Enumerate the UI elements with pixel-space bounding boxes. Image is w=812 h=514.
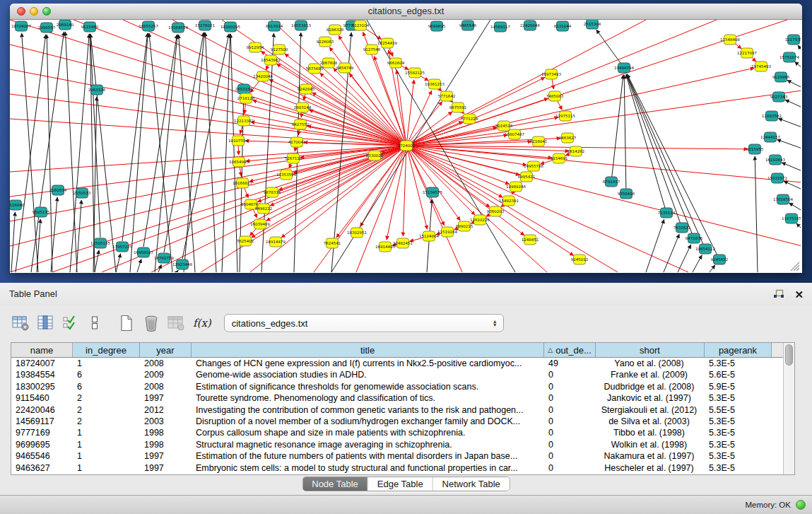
graph-node[interactable]: 7485083: [546, 91, 564, 101]
graph-node[interactable]: 2160554: [49, 185, 67, 195]
close-window-button[interactable]: [17, 7, 25, 16]
graph-node[interactable]: 11675335: [782, 214, 801, 223]
graph-node[interactable]: 2515304: [584, 20, 601, 29]
column-header-year[interactable]: year: [140, 343, 192, 357]
graph-node[interactable]: 2150533: [73, 188, 91, 198]
graph-node[interactable]: 8471676: [686, 233, 703, 243]
graph-node[interactable]: 10989246: [506, 182, 526, 192]
graph-node[interactable]: 8990215: [456, 221, 473, 231]
graph-node[interactable]: 7625402: [237, 236, 254, 246]
graph-node[interactable]: 6791917: [603, 177, 620, 187]
graph-node[interactable]: 22420046: [520, 21, 540, 30]
graph-node[interactable]: 2516048: [10, 200, 25, 210]
graph-node[interactable]: 12213382: [234, 116, 254, 126]
graph-node[interactable]: 14569117: [490, 22, 510, 32]
graph-node[interactable]: 4170041: [288, 137, 306, 147]
graph-node[interactable]: 1614262: [567, 146, 585, 156]
column-header-pagerank[interactable]: pagerank: [705, 343, 772, 357]
table-settings-icon[interactable]: [11, 314, 30, 332]
graph-node[interactable]: 8675591: [449, 103, 467, 112]
graph-node[interactable]: 9498222: [255, 204, 273, 214]
graph-node[interactable]: 15751074: [779, 52, 799, 62]
graph-node[interactable]: 8131044: [554, 21, 572, 31]
graph-node[interactable]: 5267110: [285, 153, 302, 163]
table-row[interactable]: 2242004622012Investigating the contribut…: [11, 404, 794, 416]
graph-node[interactable]: 9878334: [264, 187, 281, 197]
graph-node[interactable]: 10654985: [229, 157, 249, 167]
tab-edge-table[interactable]: Edge Table: [368, 477, 433, 491]
graph-node[interactable]: 16914479: [266, 237, 286, 247]
table-row[interactable]: 1872400712008Changes of HCN gene express…: [11, 358, 794, 369]
graph-node[interactable]: 11519264: [437, 227, 457, 237]
graph-node[interactable]: 18724007: [11, 21, 31, 31]
function-builder-icon[interactable]: f(x): [193, 317, 211, 329]
graph-node[interactable]: 16210643: [765, 155, 785, 165]
table-row[interactable]: 1456911722003Disruption of a novel membe…: [11, 416, 794, 427]
graph-node[interactable]: 8427552: [292, 119, 310, 129]
column-header-short[interactable]: short: [596, 343, 705, 357]
table-row[interactable]: 969969511998Structural magnetic resonanc…: [11, 439, 794, 450]
graph-node[interactable]: 9127508: [271, 45, 288, 54]
column-header-out-degree[interactable]: △ out_de...: [544, 343, 596, 357]
float-panel-icon[interactable]: [773, 289, 784, 300]
graph-node[interactable]: 9245012: [571, 255, 589, 264]
graph-node[interactable]: 9227343: [770, 92, 788, 102]
graph-node[interactable]: 16958107: [134, 247, 153, 257]
graph-node[interactable]: 12975115: [555, 111, 575, 121]
graph-node[interactable]: 12482451: [393, 238, 413, 248]
graph-node[interactable]: 5771642: [438, 91, 456, 101]
network-canvas-svg[interactable]: 1872400720905572069140911546010655257193…: [10, 20, 801, 272]
graph-node[interactable]: 12254439: [377, 38, 397, 48]
graph-node[interactable]: 15276021: [195, 21, 215, 30]
graph-node[interactable]: 8995421: [518, 172, 536, 182]
select-column-icon[interactable]: [36, 314, 54, 332]
graph-node[interactable]: 9226063: [317, 37, 334, 47]
new-table-icon[interactable]: [117, 314, 136, 332]
graph-node[interactable]: 1724001: [398, 141, 416, 151]
graph-node[interactable]: 9465546: [459, 21, 477, 30]
graph-node[interactable]: 6216041: [530, 136, 548, 146]
graph-node[interactable]: 18302951: [347, 228, 367, 238]
graph-node[interactable]: 10107554: [228, 136, 248, 146]
graph-node[interactable]: 2090557: [38, 23, 56, 33]
graph-node[interactable]: 12610226: [470, 215, 490, 225]
graph-node[interactable]: 12923448: [172, 259, 192, 269]
graph-node[interactable]: 9699695: [428, 21, 446, 31]
graph-node[interactable]: 12093582: [762, 111, 782, 121]
column-header-title[interactable]: title: [192, 343, 544, 357]
graph-node[interactable]: 2063106: [88, 85, 106, 95]
graph-node[interactable]: 12217097: [737, 48, 757, 58]
graph-node[interactable]: 19384554: [168, 23, 188, 33]
table-select-combo[interactable]: citations_edges.txt ▲▼: [224, 314, 504, 332]
graph-node[interactable]: 10655257: [139, 21, 158, 31]
table-vertical-scrollbar[interactable]: [783, 343, 794, 474]
network-canvas[interactable]: 1872400720905572069140911546010655257193…: [10, 20, 801, 272]
graph-node[interactable]: 8123104: [352, 21, 370, 30]
graph-node[interactable]: 19166827: [233, 178, 252, 188]
delete-attribute-icon[interactable]: [142, 314, 160, 332]
graph-node[interactable]: 2069140: [57, 20, 74, 30]
graph-node[interactable]: 15124804: [419, 231, 439, 241]
column-header-in-degree[interactable]: in_degree: [73, 343, 140, 357]
graph-node[interactable]: 10361253: [425, 79, 445, 89]
graph-node[interactable]: 9127546: [363, 45, 381, 54]
graph-node[interactable]: 10553813: [291, 21, 311, 30]
resize-grip[interactable]: [791, 262, 799, 271]
select-rows-icon[interactable]: [61, 314, 79, 332]
graph-node[interactable]: 9245652: [711, 255, 729, 264]
zoom-window-button[interactable]: [42, 7, 51, 16]
close-panel-icon[interactable]: ✕: [794, 289, 804, 300]
graph-node[interactable]: 1248451: [522, 235, 539, 245]
graph-node[interactable]: 7135114: [658, 208, 676, 218]
graph-node[interactable]: 7632621: [673, 223, 691, 233]
graph-node[interactable]: 8186328: [326, 25, 344, 35]
graph-node[interactable]: 19745493: [751, 62, 771, 71]
table-row[interactable]: 977716911998Corpus callosum shape and si…: [11, 427, 794, 438]
table-row[interactable]: 946362711997Embryonic stem cells: a mode…: [11, 462, 794, 474]
minimize-window-button[interactable]: [30, 7, 38, 16]
graph-node[interactable]: 9360203: [487, 206, 505, 216]
column-header-name[interactable]: name: [11, 343, 73, 357]
graph-node[interactable]: 9154691: [551, 153, 568, 163]
graph-node[interactable]: 16039489: [250, 219, 270, 229]
network-window-titlebar[interactable]: citations_edges.txt: [10, 4, 802, 20]
